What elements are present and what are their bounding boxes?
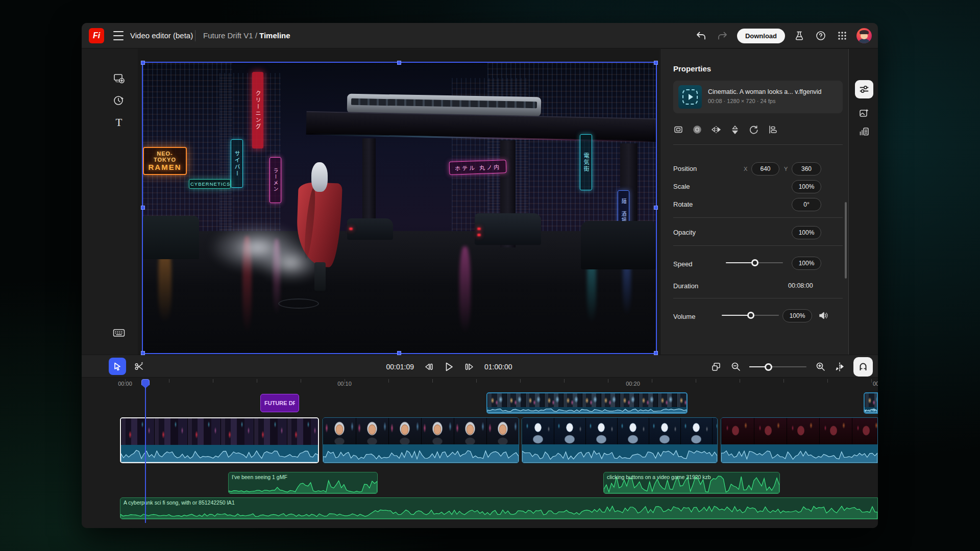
- mask-icon[interactable]: [692, 124, 702, 135]
- avatar[interactable]: [856, 28, 872, 43]
- topbar-actions: Download: [694, 23, 872, 48]
- text-tool[interactable]: T: [112, 116, 126, 129]
- download-button[interactable]: Download: [737, 29, 785, 43]
- play-icon[interactable]: [444, 361, 455, 372]
- clip-waveform: [522, 445, 717, 463]
- volume-slider[interactable]: [722, 312, 779, 319]
- cut-tool-button[interactable]: [130, 358, 148, 375]
- preview-vertical-sign-denki: 電気街: [580, 134, 592, 190]
- video-preview[interactable]: クリーニング サイバー ラーメン NEO-TOKYO RAMEN CYBERNE…: [143, 63, 656, 353]
- zoom-out-icon[interactable]: [730, 361, 741, 372]
- timeline-ruler[interactable]: 00:00 00:10 00:20 00: [82, 378, 878, 392]
- captions-list-button[interactable]: [855, 122, 873, 141]
- divider: [673, 217, 843, 218]
- speed-slider[interactable]: [726, 259, 783, 266]
- rotate-input[interactable]: 0°: [792, 198, 821, 211]
- music-clip[interactable]: A cyberpunk sci fi song, with or 8512422…: [120, 497, 878, 519]
- title-clip-label: FUTURE DRIF: [264, 400, 295, 406]
- clip-thumbnails: [121, 418, 318, 445]
- clip-meta: 00:08 · 1280 × 720 · 24 fps: [708, 98, 775, 104]
- clip-thumbnails: [487, 393, 687, 407]
- generative-clock-icon[interactable]: [112, 94, 126, 107]
- firefly-logo[interactable]: Fi: [89, 28, 104, 43]
- edit-media-button[interactable]: [855, 104, 873, 122]
- video-clip-3[interactable]: [522, 417, 718, 463]
- flip-vertical-icon[interactable]: [730, 124, 740, 135]
- timeline: 00:00 00:10 00:20 00 FUTURE DRIF: [82, 378, 878, 528]
- breadcrumb-project[interactable]: Future Drift V1: [203, 31, 253, 40]
- left-toolbar: T: [82, 49, 138, 355]
- opacity-input[interactable]: 100%: [792, 226, 821, 239]
- scale-label: Scale: [673, 183, 690, 190]
- opacity-label: Opacity: [673, 229, 696, 236]
- timeline-zoom-slider[interactable]: [749, 363, 806, 370]
- preview-vertical-sign-cyan: サイバー: [231, 139, 243, 188]
- scale-input[interactable]: 100%: [792, 180, 821, 193]
- align-icon[interactable]: [768, 124, 778, 135]
- audio-waveform: [229, 478, 377, 493]
- selection-handle[interactable]: [654, 61, 658, 65]
- clip-thumbnails: [721, 418, 877, 444]
- audio-clip-2[interactable]: clicking buttons on a video game 31920 k…: [603, 472, 780, 494]
- help-icon[interactable]: [814, 29, 828, 43]
- divider: [673, 298, 843, 298]
- transport-controls: 00:01:09 01:00:00: [368, 355, 531, 378]
- playhead-line[interactable]: [145, 379, 146, 523]
- speed-label: Speed: [673, 260, 693, 268]
- preview-car: [475, 213, 541, 245]
- properties-scrollbar[interactable]: [845, 202, 847, 279]
- selection-handle[interactable]: [397, 351, 401, 355]
- zoom-in-icon[interactable]: [815, 361, 826, 372]
- overlay-video-clip-partial[interactable]: [864, 392, 878, 414]
- selection-handle[interactable]: [397, 61, 401, 65]
- selection-handle[interactable]: [141, 206, 145, 210]
- step-back-icon[interactable]: [423, 361, 434, 372]
- preview-character-woman: [296, 162, 345, 292]
- title-clip[interactable]: FUTURE DRIF: [260, 394, 299, 412]
- app-window: Fi Video editor (beta) Future Drift V1 /…: [82, 23, 878, 528]
- fit-timeline-icon[interactable]: [710, 361, 722, 372]
- volume-input[interactable]: 100%: [782, 309, 812, 322]
- add-media-icon[interactable]: [112, 71, 126, 85]
- selection-handle[interactable]: [654, 206, 658, 210]
- volume-label: Volume: [673, 313, 695, 320]
- step-forward-icon[interactable]: [464, 361, 475, 372]
- speaker-icon[interactable]: [819, 311, 828, 322]
- audio-clip-1[interactable]: I've been seeing 1 gMF: [228, 472, 378, 494]
- timeline-toolbar: 00:01:09 01:00:00: [82, 355, 878, 378]
- properties-tab-button[interactable]: [855, 80, 873, 98]
- beta-flask-icon[interactable]: [792, 29, 806, 43]
- hamburger-menu-icon[interactable]: [113, 31, 124, 40]
- keyboard-shortcuts-icon[interactable]: [112, 327, 126, 340]
- flip-horizontal-icon[interactable]: [711, 124, 721, 135]
- position-x-input[interactable]: 640: [751, 162, 779, 176]
- select-tool-button[interactable]: [109, 358, 126, 375]
- crop-icon[interactable]: [673, 124, 683, 135]
- properties-panel: Properties Cinematic. A woman looks a...…: [660, 49, 849, 355]
- redo-icon[interactable]: [716, 29, 730, 43]
- ripple-trim-icon[interactable]: [834, 361, 845, 372]
- video-clip-2[interactable]: [323, 417, 519, 463]
- clip-thumbnails: [323, 418, 519, 444]
- position-label: Position: [673, 165, 697, 172]
- video-clip-1-selected[interactable]: [120, 417, 319, 463]
- y-label: Y: [784, 166, 788, 172]
- preview-sign-hotel: ホテル 丸ノ内: [449, 160, 507, 175]
- selection-handle[interactable]: [141, 61, 145, 65]
- undo-icon[interactable]: [694, 29, 708, 43]
- speed-input[interactable]: 100%: [792, 257, 821, 270]
- selection-handle[interactable]: [141, 351, 145, 355]
- overlay-video-clip[interactable]: [486, 392, 688, 414]
- clip-waveform: [121, 445, 318, 462]
- clip-actions-row: [673, 124, 778, 135]
- snap-magnet-button[interactable]: [853, 357, 873, 377]
- video-clip-4[interactable]: [721, 417, 878, 463]
- position-y-input[interactable]: 360: [792, 162, 821, 176]
- clip-waveform: [721, 445, 877, 463]
- apps-grid-icon[interactable]: [835, 29, 849, 43]
- selection-handle[interactable]: [654, 351, 658, 355]
- music-clip-label: A cyberpunk sci fi song, with or 8512422…: [124, 499, 235, 506]
- clip-thumbnail-icon: [678, 85, 702, 109]
- selected-clip-card[interactable]: Cinematic. A woman looks a... v.ffgenvid…: [673, 81, 843, 113]
- rotate-icon[interactable]: [749, 124, 759, 135]
